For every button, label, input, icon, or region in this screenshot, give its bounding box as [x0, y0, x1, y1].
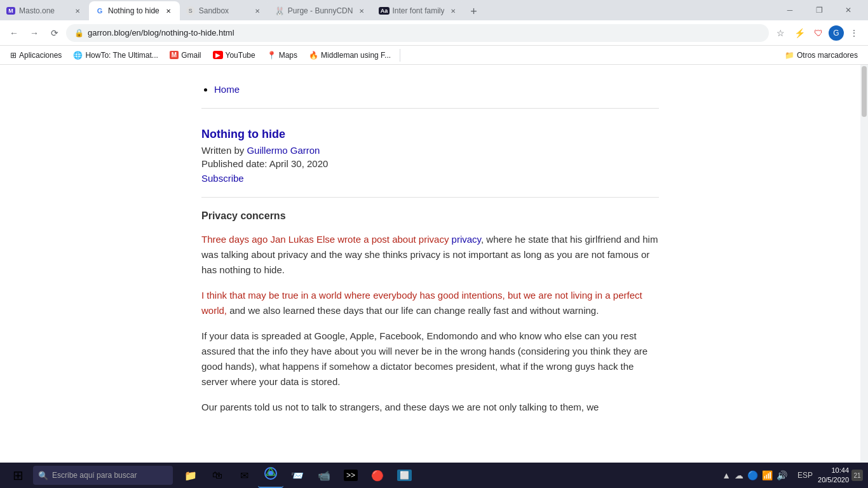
- section-heading: Privacy concerns: [201, 210, 659, 222]
- lock-icon: 🔒: [74, 29, 84, 37]
- scrollbar-thumb[interactable]: [862, 66, 867, 117]
- bookmark-gmail-label: Gmail: [181, 51, 201, 60]
- article-paragraph-3: If your data is spreaded at Google, Appl…: [201, 329, 659, 390]
- bookmark-otros[interactable]: 📁 Otros marcadores: [780, 48, 863, 62]
- tab-inter-font[interactable]: Aa Inter font family ✕: [373, 1, 465, 20]
- tab-favicon-bunny: 🐰: [275, 6, 284, 15]
- notification-count: 21: [853, 472, 860, 479]
- search-icon: 🔍: [38, 471, 48, 480]
- nav-actions: ☆ ⚡ 🛡 G ⋮: [771, 24, 863, 42]
- bluetooth-icon[interactable]: 🔵: [747, 470, 758, 480]
- zoom-icon: 📹: [318, 470, 330, 482]
- tab-close-bunny[interactable]: ✕: [356, 6, 367, 16]
- subscribe-link[interactable]: Subscribe: [201, 173, 244, 184]
- back-button[interactable]: ←: [5, 24, 23, 42]
- article-subscribe: Subscribe: [201, 173, 659, 184]
- taskbar-system-icons: ▲ ☁ 🔵 📶 🔊: [717, 470, 792, 480]
- profile-button[interactable]: G: [829, 25, 844, 41]
- taskbar-date: 20/5/2020: [818, 475, 849, 485]
- taskbar-mail[interactable]: ✉: [231, 463, 257, 488]
- nav-bar: ← → ⟳ 🔒 garron.blog/en/blog/nothing-to-h…: [0, 20, 868, 46]
- author-prefix: Written by: [201, 145, 247, 156]
- youtube-icon: ▶: [213, 51, 223, 59]
- article-paragraph-2: I think that may be true in a world wher…: [201, 288, 659, 318]
- wifi-icon[interactable]: 📶: [762, 470, 773, 480]
- file-explorer-icon: 📁: [184, 470, 197, 482]
- taskbar: ⊞ 🔍 📁 🛍 ✉ 📨 📹: [0, 463, 868, 488]
- lightning-button[interactable]: ⚡: [790, 24, 808, 42]
- tab-close-inter[interactable]: ✕: [448, 6, 458, 16]
- bookmark-youtube[interactable]: ▶ YouTube: [208, 48, 261, 62]
- refresh-button[interactable]: ⟳: [46, 24, 64, 42]
- minimize-button[interactable]: ─: [775, 0, 804, 20]
- tab-title-inter: Inter font family: [392, 6, 444, 15]
- taskbar-file-explorer[interactable]: 📁: [178, 463, 203, 488]
- menu-button[interactable]: ⋮: [845, 24, 863, 42]
- tab-favicon-nothing: G: [95, 6, 104, 15]
- store-icon: 🛍: [212, 470, 222, 481]
- maximize-button[interactable]: ❐: [804, 0, 834, 20]
- article-divider: [201, 197, 659, 198]
- tab-purge-bunny[interactable]: 🐰 Purge - BunnyCDN ✕: [269, 1, 374, 20]
- taskbar-apps: 📁 🛍 ✉ 📨 📹 >> 🔴: [178, 463, 417, 488]
- taskbar-chrome[interactable]: [258, 463, 283, 488]
- bookmark-maps-label: Maps: [279, 51, 297, 60]
- gmail-icon: M: [170, 51, 179, 59]
- privacy-link[interactable]: privacy: [452, 234, 481, 245]
- mail-icon: ✉: [240, 470, 248, 482]
- forward-button[interactable]: →: [25, 24, 43, 42]
- start-button[interactable]: ⊞: [5, 463, 31, 488]
- taskbar-search-input[interactable]: [52, 471, 168, 480]
- close-button[interactable]: ✕: [834, 0, 863, 20]
- date-value: April 30, 2020: [269, 158, 329, 169]
- tab-favicon-inter: Aa: [379, 6, 388, 15]
- taskbar-app9[interactable]: ⬜: [391, 463, 417, 488]
- app9-icon: ⬜: [397, 470, 412, 481]
- home-link[interactable]: Home: [214, 84, 240, 95]
- para2-rest: and we also learned these days that our …: [229, 305, 599, 316]
- bookmark-howto[interactable]: 🌐 HowTo: The Ultimat...: [68, 48, 163, 62]
- volume-icon[interactable]: 🔊: [776, 470, 787, 480]
- tab-close-nothing[interactable]: ✕: [163, 6, 173, 16]
- bookmark-apps[interactable]: ⊞ Aplicaciones: [5, 48, 67, 62]
- maps-icon: 📍: [267, 51, 276, 60]
- tab-favicon-sandbox: S: [186, 6, 195, 15]
- new-tab-button[interactable]: +: [465, 3, 482, 20]
- tab-close-sandbox[interactable]: ✕: [252, 6, 262, 16]
- page-content: Home Nothing to hide Written by Guillerm…: [0, 65, 860, 463]
- bookmark-gmail[interactable]: M Gmail: [165, 48, 207, 62]
- taskbar-search[interactable]: 🔍: [33, 466, 173, 485]
- taskbar-outlook[interactable]: 📨: [285, 463, 310, 488]
- author-link[interactable]: Guillermo Garron: [247, 145, 320, 156]
- para3-text: If your data is spreaded at Google, Appl…: [201, 330, 648, 387]
- bookmark-separator: [400, 49, 400, 62]
- site-nav: Home: [201, 78, 659, 109]
- taskbar-time: 10:44: [818, 466, 849, 475]
- bookmark-middleman[interactable]: 🔥 Middleman using F...: [304, 48, 396, 62]
- taskbar-terminal[interactable]: >>: [338, 463, 363, 488]
- tab-title-nothing: Nothing to hide: [108, 6, 159, 15]
- bookmark-maps[interactable]: 📍 Maps: [262, 48, 302, 62]
- taskbar-store[interactable]: 🛍: [205, 463, 230, 488]
- notification-badge[interactable]: 21: [851, 470, 863, 481]
- taskbar-chrome-alt[interactable]: 🔴: [365, 463, 390, 488]
- bookmarks-bar: ⊞ Aplicaciones 🌐 HowTo: The Ultimat... M…: [0, 46, 868, 65]
- taskbar-zoom[interactable]: 📹: [311, 463, 337, 488]
- scrollbar[interactable]: [860, 65, 868, 463]
- article-paragraph-4: Our parents told us not to talk to stran…: [201, 400, 659, 415]
- browser-chrome: M Masto.one ✕ G Nothing to hide ✕ S Sand…: [0, 0, 868, 65]
- address-bar[interactable]: 🔒 garron.blog/en/blog/nothing-to-hide.ht…: [66, 24, 769, 42]
- network-icon[interactable]: ▲: [722, 470, 731, 480]
- cloud-icon[interactable]: ☁: [735, 470, 743, 480]
- tab-masto[interactable]: M Masto.one ✕: [0, 1, 89, 20]
- extension-button[interactable]: 🛡: [810, 24, 827, 42]
- tab-nothing-to-hide[interactable]: G Nothing to hide ✕: [89, 1, 180, 20]
- article-title[interactable]: Nothing to hide: [201, 128, 659, 141]
- tab-sandbox[interactable]: S Sandbox ✕: [180, 1, 269, 20]
- apps-icon: ⊞: [10, 51, 17, 60]
- title-bar: M Masto.one ✕ G Nothing to hide ✕ S Sand…: [0, 0, 868, 20]
- terminal-icon: >>: [344, 470, 358, 481]
- tab-close-masto[interactable]: ✕: [72, 6, 83, 16]
- article-header: Nothing to hide Written by Guillermo Gar…: [201, 128, 659, 184]
- bookmark-star-button[interactable]: ☆: [771, 24, 789, 42]
